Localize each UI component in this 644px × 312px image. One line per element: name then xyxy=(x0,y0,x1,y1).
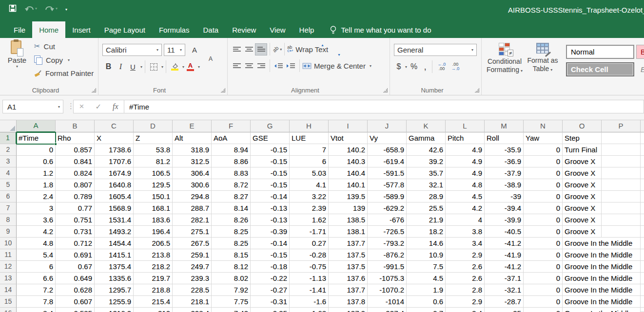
cell-H13[interactable]: -1.13 xyxy=(290,273,329,284)
cell-L7[interactable]: 4.2 xyxy=(446,202,485,214)
cell-F6[interactable]: 8.27 xyxy=(212,191,251,202)
row-header-4[interactable]: 4 xyxy=(0,167,17,179)
cell-J16[interactable]: -937.4 xyxy=(368,308,407,312)
cell-L15[interactable]: 2.9 xyxy=(446,296,485,308)
cell-K9[interactable]: 18.2 xyxy=(407,226,446,238)
undo-icon[interactable]: ▾ xyxy=(24,5,37,12)
cell-C16[interactable]: 1216.2 xyxy=(95,308,134,312)
cell-K16[interactable]: -0.7 xyxy=(407,308,446,312)
borders-dropdown[interactable]: ▾ xyxy=(161,65,163,69)
cell-G2[interactable]: -0.15 xyxy=(251,144,290,156)
cell-E12[interactable]: 249.7 xyxy=(173,261,212,273)
cell-I7[interactable]: 139 xyxy=(329,202,368,214)
cell-N5[interactable]: 0 xyxy=(524,179,563,191)
cell-D16[interactable]: 210 xyxy=(134,308,173,312)
undo-dropdown-icon[interactable]: ▾ xyxy=(35,6,37,11)
cell-C6[interactable]: 1605.4 xyxy=(95,191,134,202)
cell-H16[interactable]: -1.68 xyxy=(290,308,329,312)
cell-D5[interactable]: 129.5 xyxy=(134,179,173,191)
row-header-5[interactable]: 5 xyxy=(0,179,17,191)
cell-B11[interactable]: 0.691 xyxy=(56,249,95,261)
cell-A5[interactable]: 1.8 xyxy=(17,179,56,191)
row-header-3[interactable]: 3 xyxy=(0,156,17,167)
cell-O14[interactable]: Groove In the Middle xyxy=(563,284,602,296)
font-family-select[interactable]: Calibri▾ xyxy=(102,44,162,56)
percent-format-button[interactable]: % xyxy=(407,61,421,73)
cell-M3[interactable]: -36.9 xyxy=(485,156,524,167)
cell-P1[interactable] xyxy=(602,132,641,144)
cell-G16[interactable]: -0.35 xyxy=(251,308,290,312)
cell-E11[interactable]: 259.1 xyxy=(173,249,212,261)
cell-K8[interactable]: 21.9 xyxy=(407,214,446,226)
cell-F8[interactable]: 8.26 xyxy=(212,214,251,226)
column-header-M[interactable]: M xyxy=(485,120,524,132)
cell-J8[interactable]: -676 xyxy=(368,214,407,226)
redo-icon[interactable]: ▾ xyxy=(45,5,58,12)
save-icon[interactable] xyxy=(9,4,17,12)
cell-J14[interactable]: -1070.2 xyxy=(368,284,407,296)
font-dialog-launcher[interactable] xyxy=(221,88,225,92)
cell-F16[interactable]: 7.43 xyxy=(212,308,251,312)
cell-N11[interactable]: 0 xyxy=(524,249,563,261)
cell-I13[interactable]: 137.6 xyxy=(329,273,368,284)
cell-F9[interactable]: 8.25 xyxy=(212,226,251,238)
cell-C9[interactable]: 1493.2 xyxy=(95,226,134,238)
cell-P2[interactable] xyxy=(602,144,641,156)
row-header-14[interactable]: 14 xyxy=(0,284,17,296)
cell-D4[interactable]: 106.5 xyxy=(134,167,173,179)
row-header-2[interactable]: 2 xyxy=(0,144,17,156)
cell-D15[interactable]: 215.4 xyxy=(134,296,173,308)
cell-C11[interactable]: 1415.1 xyxy=(95,249,134,261)
cell-O10[interactable]: Groove In the Middle xyxy=(563,238,602,249)
cell-K5[interactable]: 32.1 xyxy=(407,179,446,191)
copy-button[interactable]: Copy ▾ xyxy=(34,55,70,64)
enter-icon[interactable]: ✓ xyxy=(95,102,101,111)
column-header-A[interactable]: A xyxy=(17,120,56,132)
cell-E5[interactable]: 300.6 xyxy=(173,179,212,191)
cell-E4[interactable]: 306.4 xyxy=(173,167,212,179)
cell-G15[interactable]: -0.31 xyxy=(251,296,290,308)
cell-L10[interactable]: 3.4 xyxy=(446,238,485,249)
cell-C5[interactable]: 1640.8 xyxy=(95,179,134,191)
cell-B10[interactable]: 0.712 xyxy=(56,238,95,249)
tell-me-box[interactable]: Tell me what you want to do xyxy=(330,21,431,38)
tab-page-layout[interactable]: Page Layout xyxy=(98,21,152,38)
cell-M14[interactable]: -32.1 xyxy=(485,284,524,296)
row-header-7[interactable]: 7 xyxy=(0,202,17,214)
cell-K11[interactable]: 10.9 xyxy=(407,249,446,261)
cell-I9[interactable]: 138.1 xyxy=(329,226,368,238)
cell-H5[interactable]: 4.1 xyxy=(290,179,329,191)
style-check-cell[interactable]: Check Cell xyxy=(566,62,634,76)
font-size-select[interactable]: 11▾ xyxy=(164,44,185,56)
underline-dropdown[interactable]: ▾ xyxy=(140,65,142,69)
row-header-8[interactable]: 8 xyxy=(0,214,17,226)
cell-D13[interactable]: 219.7 xyxy=(134,273,173,284)
cell-I4[interactable]: 140.4 xyxy=(329,167,368,179)
cell-M11[interactable]: -41.9 xyxy=(485,249,524,261)
cell-C10[interactable]: 1454.4 xyxy=(95,238,134,249)
column-header-B[interactable]: B xyxy=(56,120,95,132)
cell-B14[interactable]: 0.628 xyxy=(56,284,95,296)
cell-M2[interactable]: -35.9 xyxy=(485,144,524,156)
cell-A6[interactable]: 2.4 xyxy=(17,191,56,202)
cell-G6[interactable]: -0.14 xyxy=(251,191,290,202)
italic-button[interactable]: I xyxy=(115,61,127,73)
cell-J1[interactable]: Vy xyxy=(368,132,407,144)
bottom-align-button[interactable] xyxy=(255,43,267,55)
customize-toolbar-icon[interactable]: ▾ xyxy=(65,4,67,13)
cell-M16[interactable]: -25 xyxy=(485,308,524,312)
cell-F1[interactable]: AoA xyxy=(212,132,251,144)
cell-N1[interactable]: Yaw xyxy=(524,132,563,144)
tab-insert[interactable]: Insert xyxy=(65,21,98,38)
cell-A14[interactable]: 7.2 xyxy=(17,284,56,296)
cell-F15[interactable]: 7.75 xyxy=(212,296,251,308)
cell-G9[interactable]: -0.39 xyxy=(251,226,290,238)
cell-K13[interactable]: 4.5 xyxy=(407,273,446,284)
cell-D6[interactable]: 150.1 xyxy=(134,191,173,202)
cell-K6[interactable]: 28.9 xyxy=(407,191,446,202)
cell-H3[interactable]: 6 xyxy=(290,156,329,167)
cell-I1[interactable]: Vtot xyxy=(329,132,368,144)
row-header-12[interactable]: 12 xyxy=(0,261,17,273)
row-header-1[interactable]: 1 xyxy=(0,132,17,144)
cell-N2[interactable]: 0 xyxy=(524,144,563,156)
